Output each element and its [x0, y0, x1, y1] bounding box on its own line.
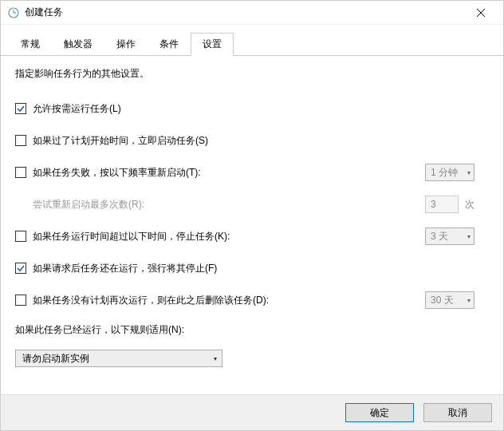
select-stop-duration-value: 3 天 — [431, 230, 448, 243]
row-run-asap: 如果过了计划开始时间，立即启动任务(S) — [15, 132, 489, 149]
label-restart-attempts-suffix: 次 — [465, 198, 474, 212]
label-already-running: 如果此任务已经运行，以下规则适用(N): — [15, 323, 489, 337]
row-restart-on-fail: 如果任务失败，按以下频率重新启动(T): 1 分钟 ▾ — [15, 164, 489, 181]
checkbox-delete-after[interactable] — [15, 295, 26, 306]
checkbox-allow-demand-start[interactable] — [15, 103, 26, 114]
tab-settings[interactable]: 设置 — [191, 33, 234, 56]
select-restart-interval[interactable]: 1 分钟 ▾ — [425, 164, 474, 181]
row-stop-if-long: 如果任务运行时间超过以下时间，停止任务(K): 3 天 ▾ — [15, 227, 489, 245]
clock-icon — [7, 6, 20, 19]
ok-button[interactable]: 确定 — [345, 403, 414, 422]
input-restart-attempts[interactable]: 3 — [425, 196, 459, 213]
chevron-down-icon: ▾ — [467, 297, 471, 304]
checkbox-restart-on-fail[interactable] — [15, 167, 26, 178]
select-restart-interval-value: 1 分钟 — [431, 166, 458, 180]
label-force-stop: 如果请求后任务还在运行，强行将其停止(F) — [33, 262, 489, 275]
tabs: 常规 触发器 操作 条件 设置 — [1, 25, 503, 56]
row-restart-attempts: 尝试重新启动最多次数(R): 3 次 — [15, 196, 489, 213]
tab-triggers[interactable]: 触发器 — [52, 33, 104, 55]
label-run-asap: 如果过了计划开始时间，立即启动任务(S) — [33, 134, 489, 148]
cancel-button[interactable]: 取消 — [423, 403, 492, 422]
select-already-running-rule[interactable]: 请勿启动新实例 ▾ — [15, 350, 222, 367]
checkbox-run-asap[interactable] — [15, 135, 26, 146]
window: 创建任务 常规 触发器 操作 条件 设置 指定影响任务行为的其他设置。 允许按需… — [0, 0, 504, 431]
label-restart-attempts: 尝试重新启动最多次数(R): — [33, 198, 425, 212]
checkbox-stop-if-long[interactable] — [15, 231, 26, 242]
close-button[interactable] — [465, 2, 497, 24]
row-allow-demand-start: 允许按需运行任务(L) — [15, 100, 489, 117]
tab-actions[interactable]: 操作 — [104, 33, 148, 55]
select-delete-duration-value: 30 天 — [431, 294, 454, 307]
label-restart-on-fail: 如果任务失败，按以下频率重新启动(T): — [33, 166, 425, 180]
settings-description: 指定影响任务行为的其他设置。 — [15, 67, 489, 81]
input-restart-attempts-value: 3 — [431, 199, 436, 210]
select-already-running-rule-value: 请勿启动新实例 — [22, 352, 89, 366]
dialog-footer: 确定 取消 — [1, 394, 503, 430]
row-force-stop: 如果请求后任务还在运行，强行将其停止(F) — [15, 259, 489, 277]
tab-content-settings: 指定影响任务行为的其他设置。 允许按需运行任务(L) 如果过了计划开始时间，立即… — [1, 56, 503, 394]
titlebar: 创建任务 — [1, 1, 503, 25]
select-stop-duration[interactable]: 3 天 ▾ — [425, 227, 474, 245]
checkbox-force-stop[interactable] — [15, 263, 26, 274]
select-delete-duration[interactable]: 30 天 ▾ — [425, 291, 474, 309]
chevron-down-icon: ▾ — [467, 233, 471, 240]
tab-conditions[interactable]: 条件 — [148, 33, 191, 55]
label-stop-if-long: 如果任务运行时间超过以下时间，停止任务(K): — [33, 230, 425, 243]
row-delete-after: 如果任务没有计划再次运行，则在此之后删除该任务(D): 30 天 ▾ — [15, 291, 489, 309]
window-title: 创建任务 — [25, 6, 465, 19]
label-allow-demand-start: 允许按需运行任务(L) — [33, 102, 489, 116]
label-delete-after: 如果任务没有计划再次运行，则在此之后删除该任务(D): — [33, 294, 425, 307]
chevron-down-icon: ▾ — [214, 355, 217, 362]
chevron-down-icon: ▾ — [467, 169, 471, 176]
tab-general[interactable]: 常规 — [9, 33, 52, 55]
